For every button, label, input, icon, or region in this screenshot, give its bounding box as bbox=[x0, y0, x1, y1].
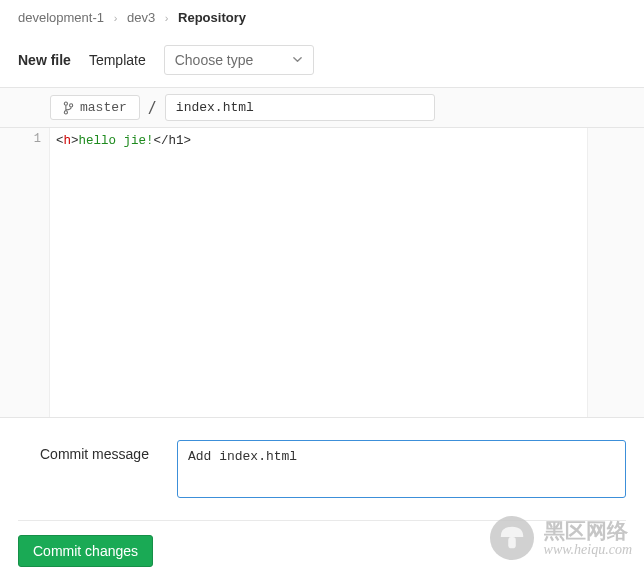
editor-right-strip bbox=[588, 128, 644, 417]
svg-point-2 bbox=[64, 110, 67, 113]
template-label: Template bbox=[89, 52, 146, 68]
filename-input[interactable] bbox=[165, 94, 435, 121]
breadcrumb-current: Repository bbox=[178, 10, 246, 25]
editor-content[interactable]: <h>hello jie!</h1> bbox=[50, 128, 588, 417]
git-branch-icon bbox=[63, 101, 74, 115]
template-select-value: Choose type bbox=[175, 52, 254, 68]
watermark-line1: 黑区网络 bbox=[544, 519, 632, 542]
svg-rect-3 bbox=[508, 537, 516, 548]
line-number: 1 bbox=[0, 132, 41, 146]
breadcrumb-item-1[interactable]: development-1 bbox=[18, 10, 104, 25]
commit-message-row: Commit message Add index.html bbox=[0, 418, 644, 520]
code-editor[interactable]: 1 <h>hello jie!</h1> bbox=[0, 128, 644, 418]
svg-point-1 bbox=[70, 103, 73, 106]
breadcrumb-item-2[interactable]: dev3 bbox=[127, 10, 155, 25]
mushroom-icon bbox=[490, 516, 534, 560]
commit-message-input[interactable]: Add index.html bbox=[177, 440, 626, 498]
chevron-down-icon bbox=[292, 52, 303, 68]
commit-message-label: Commit message bbox=[40, 440, 149, 462]
watermark-text: 黑区网络 www.heiqu.com bbox=[544, 519, 632, 557]
editor-gutter: 1 bbox=[0, 128, 50, 417]
path-separator: / bbox=[148, 99, 157, 117]
breadcrumb: development-1 › dev3 › Repository bbox=[0, 0, 644, 35]
file-header: master / bbox=[0, 87, 644, 128]
toolbar: New file Template Choose type bbox=[0, 35, 644, 87]
breadcrumb-sep: › bbox=[114, 12, 118, 24]
branch-selector[interactable]: master bbox=[50, 95, 140, 120]
watermark-line2: www.heiqu.com bbox=[544, 542, 632, 557]
new-file-label: New file bbox=[18, 52, 71, 68]
breadcrumb-sep: › bbox=[165, 12, 169, 24]
svg-point-0 bbox=[64, 102, 67, 105]
watermark: 黑区网络 www.heiqu.com bbox=[490, 516, 632, 560]
commit-changes-button[interactable]: Commit changes bbox=[18, 535, 153, 567]
template-select[interactable]: Choose type bbox=[164, 45, 314, 75]
branch-name: master bbox=[80, 100, 127, 115]
